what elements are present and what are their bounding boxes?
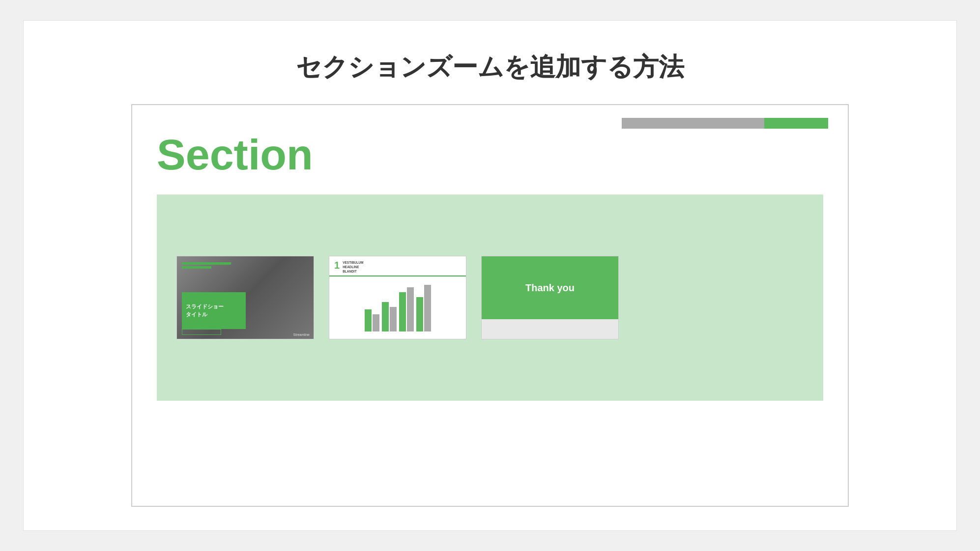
bar-6 (407, 287, 414, 331)
bar-group-4 (416, 285, 431, 331)
thumb1-line-long (182, 262, 231, 265)
thumb1-line2: タイトル (186, 311, 207, 317)
green-panel: スライドショー タイトル Streamline 1 VESTIBULUM HEA… (157, 194, 823, 401)
bar-3 (382, 302, 389, 331)
thumb2-chart (329, 276, 466, 335)
progress-bar-container (622, 118, 828, 129)
slide-thumbnail-3[interactable]: Thank you (481, 256, 619, 339)
thumb1-brand: Streamline (293, 333, 310, 336)
progress-bar-gray (622, 118, 764, 129)
bar-group-1 (365, 309, 379, 331)
thank-you-text: Thank you (525, 282, 575, 294)
thumb2-headline-3: BLANDIT (343, 270, 357, 273)
thumb2-number: 1 (334, 260, 340, 270)
bar-1 (365, 309, 372, 331)
thumb3-top: Thank you (482, 256, 618, 319)
progress-bar-green (764, 118, 828, 129)
section-title: Section (157, 130, 823, 180)
bar-7 (416, 297, 423, 331)
thumb1-green-lines (182, 262, 231, 269)
thumb3-bottom (482, 319, 618, 339)
thumb1-line-short (182, 266, 211, 269)
thumb2-headline: VESTIBULUM HEADLINE BLANDIT (343, 260, 363, 274)
bar-group-3 (399, 287, 414, 331)
thumb2-header: 1 VESTIBULUM HEADLINE BLANDIT (329, 256, 466, 276)
bar-4 (390, 307, 397, 331)
thumb1-small-box (182, 329, 221, 335)
thumb1-line1: スライドショー (186, 303, 224, 309)
thumb1-green-box: スライドショー タイトル (182, 292, 246, 329)
bar-group-2 (382, 302, 397, 331)
page-title: セクションズームを追加する方法 (296, 50, 684, 84)
slide-thumbnail-2[interactable]: 1 VESTIBULUM HEADLINE BLANDIT (329, 256, 466, 339)
slide-frame: Section スライドショー タイトル Streamline (131, 104, 849, 507)
thumb1-title-text: スライドショー タイトル (186, 303, 242, 318)
page-container: セクションズームを追加する方法 Section スライドショー タイトル (23, 20, 957, 531)
slide-thumbnail-1[interactable]: スライドショー タイトル Streamline (176, 256, 314, 339)
thumb2-headline-1: VESTIBULUM (343, 261, 363, 264)
bar-2 (373, 314, 379, 331)
thumb2-headline-2: HEADLINE (343, 265, 359, 269)
bar-8 (424, 285, 431, 331)
bar-5 (399, 292, 406, 331)
